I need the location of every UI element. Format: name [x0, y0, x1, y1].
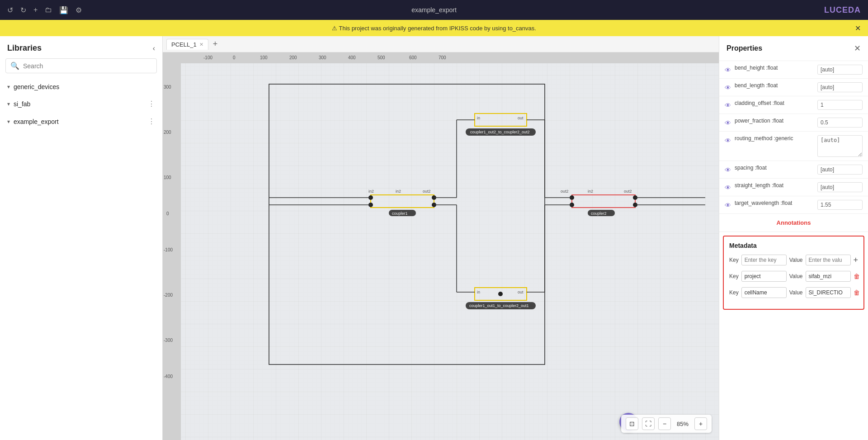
svg-text:out2: out2 [561, 189, 569, 194]
settings-icon[interactable]: ⚙ [75, 6, 82, 14]
eye-icon[interactable]: 👁 [725, 102, 731, 109]
sidebar-item-label: si_fab [14, 100, 144, 108]
zoom-out-button[interactable]: − [658, 417, 671, 430]
svg-text:200: 200 [164, 130, 171, 135]
metadata-delete-button-3[interactable]: 🗑 [854, 289, 860, 296]
more-options-icon[interactable]: ⋮ [148, 99, 155, 108]
zoom-level: 85% [675, 421, 691, 427]
warning-banner: ⚠ This project was originally generated … [0, 20, 868, 36]
metadata-value-input-1[interactable] [806, 255, 851, 265]
prop-input-spacing[interactable] [817, 165, 863, 175]
metadata-value-input-3[interactable] [806, 287, 851, 298]
add-icon[interactable]: + [33, 6, 38, 14]
search-input[interactable] [23, 62, 152, 70]
open-icon[interactable]: 🗀 [45, 6, 52, 14]
search-icon: 🔍 [10, 62, 19, 70]
panel-close-button[interactable]: ✕ [854, 43, 861, 53]
properties-list: 👁 bend_height :float 👁 bend_length :floa… [719, 61, 868, 214]
metadata-delete-button-2[interactable]: 🗑 [854, 273, 860, 280]
metadata-title: Metadata [729, 242, 858, 249]
tab-close-icon[interactable]: ✕ [199, 42, 203, 47]
fullscreen-button[interactable]: ⛶ [642, 417, 655, 430]
svg-text:out: out [518, 290, 524, 294]
tab-label: PCELL_1 [171, 41, 197, 48]
save-icon[interactable]: 💾 [59, 6, 68, 14]
chevron-down-icon: ▾ [7, 118, 10, 125]
prop-label: target_wavelength :float [735, 200, 814, 206]
prop-input-target-wavelength[interactable] [817, 200, 863, 210]
redo-icon[interactable]: ↻ [20, 6, 26, 14]
tab-pcell1[interactable]: PCELL_1 ✕ [166, 39, 208, 50]
svg-text:700: 700 [439, 55, 446, 60]
prop-power-fraction: 👁 power_fraction :float [719, 114, 868, 132]
fit-view-button[interactable]: ⊡ [626, 417, 638, 430]
prop-input-bend-length[interactable] [817, 82, 863, 92]
prop-routing-method: 👁 routing_method :generic [auto] [719, 132, 868, 161]
svg-text:coupler1: coupler1 [392, 211, 408, 216]
tab-add-button[interactable]: + [210, 39, 221, 49]
metadata-key-input-3[interactable] [741, 287, 787, 298]
sidebar-item-label: example_export [14, 118, 144, 125]
eye-icon[interactable]: 👁 [725, 166, 731, 174]
svg-text:0: 0 [166, 211, 169, 216]
eye-icon[interactable]: 👁 [725, 84, 731, 91]
prop-input-cladding-offset[interactable] [817, 100, 863, 110]
svg-text:coupler1_out2_to_coupler2_out2: coupler1_out2_to_coupler2_out2 [470, 130, 530, 134]
svg-text:in: in [477, 290, 480, 294]
eye-icon[interactable]: 👁 [725, 137, 731, 144]
undo-icon[interactable]: ↺ [7, 6, 13, 14]
key-label: Key [729, 273, 739, 279]
top-bar-icons: ↺ ↻ + 🗀 💾 ⚙ [7, 6, 82, 14]
svg-text:out: out [518, 116, 524, 120]
prop-label: cladding_offset :float [735, 100, 814, 106]
sidebar-item-generic-devices[interactable]: ▾ generic_devices [0, 79, 162, 95]
svg-text:in: in [477, 116, 480, 120]
prop-input-bend-height[interactable] [817, 65, 863, 75]
value-label: Value [789, 257, 803, 263]
metadata-row-project: Key Value 🗑 [729, 271, 858, 282]
panel-title: Properties [726, 44, 762, 52]
prop-input-straight-length[interactable] [817, 182, 863, 192]
svg-text:-100: -100 [164, 247, 173, 252]
key-label: Key [729, 257, 739, 263]
main-layout: Libraries ‹ 🔍 ▾ generic_devices ▾ si_fab… [0, 36, 868, 440]
eye-icon[interactable]: 👁 [725, 202, 731, 209]
right-panel: Properties ✕ 👁 bend_height :float 👁 bend… [719, 36, 868, 440]
sidebar-item-si-fab[interactable]: ▾ si_fab ⋮ [0, 95, 162, 113]
svg-point-66 [498, 292, 503, 296]
metadata-row-cellname: Key Value 🗑 [729, 287, 858, 298]
prop-input-routing-method[interactable]: [auto] [817, 135, 863, 157]
sidebar-title: Libraries [7, 43, 42, 53]
svg-text:100: 100 [260, 55, 268, 60]
metadata-row-empty: Key Value + [729, 255, 858, 265]
zoom-in-button[interactable]: + [694, 417, 707, 430]
svg-text:out2: out2 [624, 189, 632, 194]
left-sidebar: Libraries ‹ 🔍 ▾ generic_devices ▾ si_fab… [0, 36, 163, 440]
metadata-value-input-2[interactable] [806, 271, 851, 282]
svg-text:-400: -400 [164, 374, 173, 379]
svg-text:600: 600 [409, 55, 417, 60]
svg-text:out2: out2 [423, 189, 431, 194]
sidebar-collapse-button[interactable]: ‹ [153, 44, 155, 52]
eye-icon[interactable]: 👁 [725, 184, 731, 191]
prop-bend-length: 👁 bend_length :float [719, 79, 868, 96]
more-options-icon[interactable]: ⋮ [148, 117, 155, 126]
eye-icon[interactable]: 👁 [725, 66, 731, 74]
svg-text:coupler2: coupler2 [591, 211, 607, 216]
prop-label: bend_height :float [735, 65, 814, 71]
svg-text:coupler1_out1_to_coupler2_out1: coupler1_out1_to_coupler2_out1 [469, 303, 529, 308]
prop-cladding-offset: 👁 cladding_offset :float [719, 96, 868, 114]
svg-text:300: 300 [319, 55, 326, 60]
metadata-add-button[interactable]: + [854, 255, 859, 265]
metadata-key-input-2[interactable] [741, 271, 787, 282]
metadata-key-input-1[interactable] [741, 255, 787, 265]
grid-canvas[interactable]: -100 0 100 200 300 400 500 600 700 300 2… [163, 52, 719, 440]
eye-icon[interactable]: 👁 [725, 119, 731, 127]
warning-close-button[interactable]: ✕ [855, 24, 861, 33]
prop-input-power-fraction[interactable] [817, 118, 863, 128]
chevron-down-icon: ▾ [7, 101, 10, 107]
metadata-section: Metadata Key Value + Key Value 🗑 Key [723, 236, 864, 310]
prop-label: bend_length :float [735, 82, 814, 89]
sidebar-item-example-export[interactable]: ▾ example_export ⋮ [0, 113, 162, 130]
key-label: Key [729, 289, 739, 296]
